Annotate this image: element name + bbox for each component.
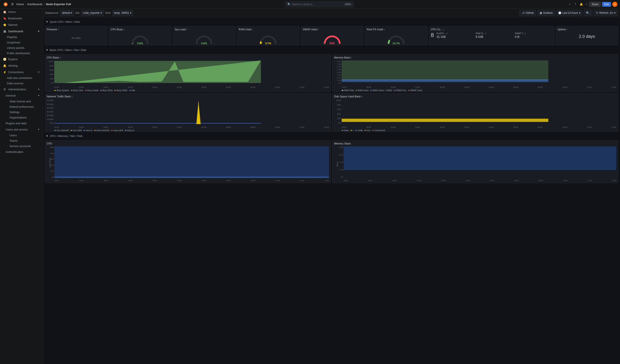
section-basic-cpu[interactable]: ▼ Basic CPU / Mem / Net / Disk xyxy=(45,47,618,53)
datasource-dropdown[interactable]: default ▾ xyxy=(60,10,74,16)
star-icon: ⭐ xyxy=(3,23,6,27)
sidebar-item-add-connection[interactable]: Add new connection xyxy=(0,75,43,81)
sys-load-gauge: 0.0% xyxy=(175,32,233,46)
search-box[interactable]: 🔍 Search or jump to... ctrl+k xyxy=(285,1,354,7)
swap-t-sub-label: SWAP T... xyxy=(515,32,525,35)
sidebar-item-plugins[interactable]: Plugins and data xyxy=(0,120,43,126)
cpu-basic-info[interactable]: ℹ xyxy=(60,57,61,59)
sidebar-item-users-access[interactable]: Users and access ▼ xyxy=(0,126,43,133)
breadcrumb-dashboards[interactable]: Dashboards xyxy=(27,2,42,6)
expand-icon3: ▼ xyxy=(38,88,40,90)
sidebar-item-data-sources[interactable]: Data sources xyxy=(0,81,43,86)
sys-load-info[interactable]: ℹ xyxy=(186,28,187,31)
star-button[interactable]: ☆ xyxy=(586,3,588,6)
sidebar-item-explore[interactable]: 🧭 Explore xyxy=(0,56,43,62)
ram-to-sub-val: 8 GiB xyxy=(476,35,513,39)
host-dropdown[interactable]: temp. :60001 ▾ xyxy=(112,10,133,16)
sidebar-item-bookmarks[interactable]: 🔖 Bookmarks xyxy=(0,15,43,21)
sidebar-auth-label: Authentication xyxy=(6,150,23,154)
sidebar-item-general[interactable]: General ▼ xyxy=(0,92,43,99)
help-button[interactable]: ? xyxy=(573,2,577,7)
collapse-icon: ▼ xyxy=(46,20,48,23)
job-dropdown[interactable]: node_exporter ▾ xyxy=(81,10,104,16)
sidebar-item-home[interactable]: 🏠 Home xyxy=(0,9,43,15)
svg-rect-16 xyxy=(342,119,548,122)
cpu-basic-yaxis: 100%80%60%40%20%0% xyxy=(47,60,54,84)
panel-disk-basic: Disk Space Used Basic ℹ 100%80%60%40%20%… xyxy=(332,93,618,132)
share-button[interactable]: Share xyxy=(589,2,601,7)
sidebar-item-starred[interactable]: ⭐ Starred xyxy=(0,21,43,28)
connections-icon: ⚡ xyxy=(3,70,6,74)
time-range-arrow: ▾ xyxy=(579,11,580,15)
svg-rect-10 xyxy=(342,60,548,80)
time-range-picker[interactable]: 🕐 Last 24 hours ▾ xyxy=(556,10,583,16)
sys-load-title: Sys Load xyxy=(175,28,186,31)
zoom-out-button[interactable]: 🔍- xyxy=(584,10,592,16)
sidebar-item-alerting[interactable]: 🔔 Alerting xyxy=(0,62,43,69)
disk-basic-title: Disk Space Used Basic xyxy=(334,95,361,98)
root-fs-info[interactable]: ℹ xyxy=(384,28,385,31)
sidebar-item-snapshots[interactable]: Snapshots xyxy=(0,40,43,45)
network-info[interactable]: ℹ xyxy=(72,95,73,98)
sidebar-item-authentication[interactable]: Authentication xyxy=(0,149,43,155)
sidebar-item-public-dashboards[interactable]: Public dashboards xyxy=(0,51,43,56)
sidebar-item-playlists[interactable]: Playlists xyxy=(0,34,43,40)
section-cpu-memory-net-disk[interactable]: ▼ CPU / Memory / Net / Disk xyxy=(45,133,618,139)
sidebar-item-service-accounts[interactable]: Service accounts xyxy=(0,143,43,149)
notifications-button[interactable]: 🔔 xyxy=(578,2,584,7)
sidebar-item-dashboards[interactable]: ▦ Dashboards ▼ xyxy=(0,28,43,34)
dropdown-arrow3: ▾ xyxy=(130,11,131,15)
pressure-info[interactable]: ℹ xyxy=(58,28,59,31)
sidebar-users-access-label: Users and access xyxy=(6,128,28,131)
svg-rect-18 xyxy=(54,176,329,178)
refresh-button[interactable]: ↻ Refresh 1m ▾ xyxy=(594,10,618,16)
memory-basic-chart xyxy=(342,60,616,84)
sidebar-item-default-prefs[interactable]: Default preferences xyxy=(0,104,43,109)
dropdown-arrow: ▾ xyxy=(71,11,72,15)
cpu-basic-chart xyxy=(54,60,329,84)
breadcrumb-home[interactable]: Home xyxy=(16,2,24,6)
avatar[interactable]: A xyxy=(612,2,618,7)
network-xaxis: 16:0018:0020:0022:0000:0002:0004:0006:00… xyxy=(54,126,329,128)
expand-icon4: ▼ xyxy=(38,94,40,97)
sidebar-item-library-panels[interactable]: Library panels xyxy=(0,45,43,51)
grafana-label: Grafana xyxy=(543,11,552,15)
memory-basic-info[interactable]: ℹ xyxy=(351,57,352,59)
add-button[interactable]: + xyxy=(568,2,572,7)
sidebar-item-stats-license[interactable]: Stats license and xyxy=(0,99,43,104)
root-fs-title: Root FS Used xyxy=(367,28,383,31)
sidebar-item-users[interactable]: Users xyxy=(0,133,43,138)
sidebar-item-organizations[interactable]: Organizations xyxy=(0,115,43,120)
memory-basic-title: Memory Basic xyxy=(334,56,350,59)
main-layout: 🏠 Home 🔖 Bookmarks ⭐ Starred ▦ Dashboard… xyxy=(0,9,620,364)
root-fs-gauge: 15.7% xyxy=(367,32,426,46)
cpu-busy-info[interactable]: ℹ xyxy=(124,28,124,31)
network-legend: recv docker0 recv eth0 recv lo trans doc… xyxy=(47,129,329,131)
svg-text:9.7%: 9.7% xyxy=(265,42,271,45)
cpu-busy-gauge: 0.5% xyxy=(111,32,170,46)
network-basic-title: Network Traffic Basic xyxy=(47,95,71,98)
ram-used-info[interactable]: ℹ xyxy=(252,28,253,31)
grafana-button[interactable]: ▦ Grafana xyxy=(537,10,555,16)
cpu-co-info[interactable]: ℹ xyxy=(443,28,444,31)
swap-used-info[interactable]: ℹ xyxy=(318,28,319,31)
sidebar-item-connections[interactable]: ⚡ Connections ▼ xyxy=(0,69,43,75)
refresh-icon: ↻ xyxy=(596,11,598,15)
svg-text:0.5%: 0.5% xyxy=(137,42,143,45)
sidebar-item-teams[interactable]: Teams xyxy=(0,138,43,143)
sidebar-item-administration[interactable]: ⚙ Administration ▼ xyxy=(0,86,43,92)
edit-button[interactable]: Edit xyxy=(602,2,611,7)
github-button[interactable]: ⎇ GitHub xyxy=(519,10,536,16)
dashboard-toolbar: Datasource default ▾ Job node_exporter ▾… xyxy=(43,9,620,17)
menu-button[interactable]: ☰ xyxy=(10,2,15,7)
expand-icon: ▼ xyxy=(38,30,40,32)
job-label: Job xyxy=(75,11,79,15)
svg-rect-19 xyxy=(343,146,616,170)
pressure-title: Pressure xyxy=(47,28,57,31)
disk-info[interactable]: ℹ xyxy=(362,95,363,98)
swap-t-sub-val: 0 B xyxy=(515,35,552,39)
panel-cpu-basic: CPU Basic ℹ 100%80%60%40%20%0% xyxy=(45,54,331,92)
section-quick-cpu[interactable]: ▼ Quick CPU / Mem / Disk xyxy=(45,19,618,25)
sidebar-item-settings[interactable]: Settings xyxy=(0,109,43,115)
uptime-info[interactable]: ℹ xyxy=(567,28,567,31)
